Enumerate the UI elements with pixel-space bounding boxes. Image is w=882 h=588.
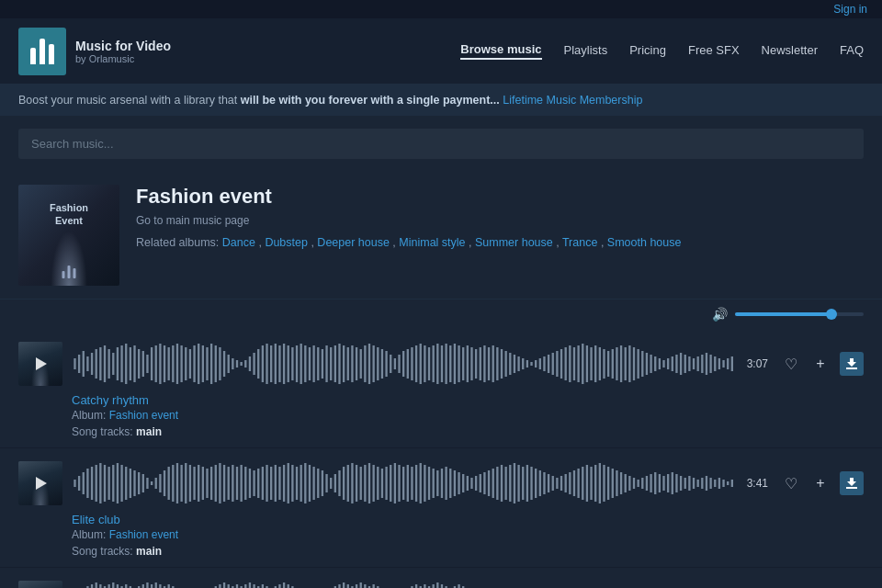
svg-rect-242 (441, 469, 443, 498)
waveform-2[interactable] (72, 461, 733, 505)
svg-rect-187 (206, 469, 208, 498)
related-dubstep[interactable]: Dubstep (265, 236, 308, 249)
svg-rect-259 (514, 463, 515, 503)
svg-rect-67 (360, 349, 362, 379)
svg-rect-189 (215, 465, 217, 502)
track-tracks-1: Song tracks: main (72, 425, 864, 438)
svg-rect-156 (74, 480, 75, 487)
add-button-1[interactable]: + (810, 354, 831, 374)
logo-area[interactable]: Music for Video by Orlamusic (18, 28, 171, 75)
lifetime-membership-link[interactable]: Lifetime Music Membership (503, 94, 642, 107)
svg-rect-254 (492, 469, 494, 498)
like-button-2[interactable]: ♡ (781, 473, 801, 493)
svg-rect-243 (445, 467, 447, 500)
svg-rect-2 (83, 351, 85, 377)
search-area (0, 116, 882, 172)
svg-rect-353 (249, 582, 251, 588)
svg-rect-175 (155, 478, 157, 489)
svg-rect-192 (228, 467, 230, 500)
related-summer-house[interactable]: Summer house (475, 236, 553, 249)
svg-rect-360 (278, 584, 280, 588)
svg-rect-132 (637, 349, 639, 379)
play-button-1[interactable] (29, 353, 51, 375)
related-trance[interactable]: Trance (562, 236, 597, 249)
track-actions-1: ♡ + (781, 352, 864, 376)
svg-rect-195 (240, 465, 242, 502)
svg-rect-260 (517, 465, 519, 502)
svg-rect-50 (288, 345, 289, 382)
logo-title: Music for Video (75, 39, 171, 53)
svg-rect-104 (517, 356, 519, 371)
download-button-2[interactable] (840, 471, 864, 495)
track-name-2[interactable]: Elite club (72, 513, 864, 526)
logo-subtitle: by Orlamusic (75, 53, 171, 64)
sign-in-link[interactable]: Sign in (833, 3, 867, 16)
download-button-1[interactable] (840, 352, 864, 376)
svg-rect-202 (270, 467, 272, 500)
svg-rect-141 (675, 355, 677, 373)
add-button-2[interactable]: + (810, 473, 831, 493)
svg-rect-148 (706, 353, 707, 375)
nav-playlists[interactable]: Playlists (564, 43, 608, 59)
svg-rect-30 (202, 345, 204, 382)
waveform-3[interactable] (72, 581, 733, 588)
volume-slider[interactable] (735, 312, 864, 316)
tracks-value-1: main (136, 425, 162, 438)
svg-rect-46 (270, 345, 272, 382)
track-album-link-2[interactable]: Fashion event (109, 528, 178, 541)
svg-rect-97 (488, 347, 490, 380)
svg-rect-103 (514, 355, 515, 373)
svg-rect-193 (232, 465, 233, 502)
nav-newsletter[interactable]: Newsletter (762, 43, 818, 59)
svg-rect-274 (577, 469, 579, 498)
track-name-1[interactable]: Catchy rhythm (72, 393, 864, 407)
svg-rect-234 (407, 465, 409, 502)
play-button-2[interactable] (29, 472, 51, 494)
volume-fill (735, 312, 831, 316)
svg-rect-273 (573, 470, 575, 496)
nav-free-sfx[interactable]: Free SFX (688, 43, 740, 59)
related-deeper-house[interactable]: Deeper house (317, 236, 390, 249)
svg-rect-191 (223, 465, 225, 502)
play-triangle-2 (36, 477, 47, 490)
related-minimal-style[interactable]: Minimal style (399, 236, 465, 249)
svg-rect-51 (291, 347, 293, 380)
svg-rect-98 (492, 345, 494, 382)
svg-rect-264 (535, 469, 537, 498)
svg-rect-198 (253, 470, 254, 496)
svg-rect-16 (142, 351, 144, 377)
svg-rect-200 (262, 467, 264, 500)
svg-rect-21 (164, 345, 165, 382)
svg-rect-18 (151, 347, 153, 380)
album-page-link[interactable]: Go to main music page (136, 214, 864, 227)
like-button-1[interactable]: ♡ (781, 354, 801, 374)
svg-rect-152 (722, 360, 724, 368)
svg-rect-171 (138, 472, 140, 494)
svg-rect-56 (312, 345, 314, 382)
nav-pricing[interactable]: Pricing (629, 43, 666, 59)
svg-rect-93 (470, 347, 472, 380)
svg-rect-211 (309, 465, 311, 502)
track-thumb-2 (18, 461, 62, 505)
svg-rect-127 (616, 347, 617, 380)
track-album-link-1[interactable]: Fashion event (109, 409, 178, 422)
svg-rect-57 (317, 347, 319, 380)
svg-rect-224 (364, 465, 366, 502)
svg-rect-237 (420, 463, 422, 503)
svg-rect-170 (133, 470, 135, 496)
svg-rect-289 (641, 478, 643, 489)
nav-faq[interactable]: FAQ (840, 43, 864, 59)
track-row-1: 3:07 ♡ + (18, 342, 864, 386)
svg-rect-102 (509, 353, 511, 375)
related-dance[interactable]: Dance (222, 236, 255, 249)
search-input[interactable] (18, 129, 864, 159)
svg-rect-215 (325, 474, 327, 492)
svg-rect-131 (633, 347, 635, 380)
nav-browse-music[interactable]: Browse music (460, 42, 541, 60)
svg-rect-292 (654, 472, 656, 494)
svg-rect-145 (693, 358, 695, 369)
waveform-1[interactable] (72, 342, 733, 386)
svg-rect-134 (646, 353, 648, 375)
svg-rect-35 (223, 351, 225, 377)
related-smooth-house[interactable]: Smooth house (607, 236, 682, 249)
